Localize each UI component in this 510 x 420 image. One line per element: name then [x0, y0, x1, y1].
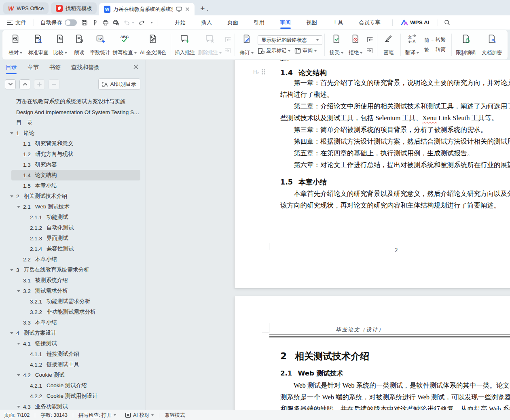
- collapse-arrow-icon[interactable]: [17, 406, 20, 408]
- toc-item-selected[interactable]: 1.4论文结构: [0, 170, 145, 180]
- expand-group-icon[interactable]: [460, 53, 464, 57]
- insert-comment-button[interactable]: 插入批注: [173, 32, 197, 57]
- track-changes-button[interactable]: 修订: [237, 32, 256, 57]
- undo-button[interactable]: [121, 18, 132, 28]
- toc-item[interactable]: 2.2本章小结: [0, 254, 145, 265]
- menu-home[interactable]: 开始: [167, 15, 193, 30]
- tab-list-chevron-icon[interactable]: [206, 10, 209, 11]
- restrict-editing-button[interactable]: 限制编辑: [454, 32, 479, 57]
- toc-item[interactable]: 2.1.2自动化测试: [0, 223, 145, 233]
- heading-level-marker[interactable]: H₂: [253, 69, 265, 75]
- toc-item[interactable]: 4.2.2Cookie 测试用例设计: [0, 391, 145, 401]
- redo-button[interactable]: [137, 18, 147, 28]
- collapse-arrow-icon[interactable]: [10, 332, 13, 334]
- expand-down-button[interactable]: [5, 79, 16, 89]
- toc-item[interactable]: 2.1.4兼容性测试: [0, 244, 145, 254]
- toc-item[interactable]: 4.3业务功能测试: [0, 401, 145, 410]
- toc-item[interactable]: 2相关测试技术介绍: [0, 191, 145, 202]
- toc-item[interactable]: 1.2研究方向与现状: [0, 149, 145, 159]
- document-canvas[interactable]: 述。 H₂ 1.4论文结构 第一章：首先介绍了论文的研究背景，说明论文主要的研究…: [146, 60, 510, 410]
- undo-chevron-icon[interactable]: [132, 22, 134, 23]
- window-mode-icon[interactable]: [176, 6, 182, 12]
- toc-item[interactable]: 3.2.1功能测试需求分析: [0, 296, 145, 307]
- sidebar-tab-chapters[interactable]: 章节: [28, 61, 39, 74]
- accept-change-button[interactable]: 接受: [327, 32, 346, 57]
- to-traditional-button[interactable]: 简→ 转繁: [424, 36, 446, 43]
- ai-proofread-status[interactable]: AI 校对: [125, 412, 154, 419]
- read-aloud-button[interactable]: 朗读: [70, 32, 88, 57]
- encrypt-document-button[interactable]: 文档加密: [478, 32, 505, 57]
- toc-item[interactable]: 4.1.2链接测试工具: [0, 359, 145, 370]
- export-pdf-button[interactable]: [90, 18, 100, 28]
- word-count-indicator[interactable]: 字数: 38143: [40, 412, 68, 419]
- toc-item[interactable]: 2.1Web 测试技术: [0, 202, 145, 212]
- sidebar-tab-contents[interactable]: 目录: [6, 61, 17, 74]
- toc-item[interactable]: 目 录: [0, 117, 145, 128]
- zoom-in-toc-button[interactable]: [34, 79, 45, 89]
- toc-item[interactable]: 4.2Cookie 测试: [0, 370, 145, 380]
- print-preview-button[interactable]: [111, 18, 121, 28]
- tab-docer-templates[interactable]: 找稻壳模板: [51, 2, 97, 14]
- menu-insert[interactable]: 插入: [193, 15, 220, 30]
- save-button[interactable]: [79, 18, 90, 28]
- close-tab-icon[interactable]: [185, 7, 190, 11]
- toc-item[interactable]: 4测试方案设计: [0, 328, 145, 338]
- document-page-2[interactable]: 毕业论文（设计） 2相关测试技术介绍 2.1Web 测试技术 Web 测试是针对…: [235, 296, 510, 410]
- proofread-button[interactable]: 校对: [5, 32, 26, 57]
- toc-item[interactable]: 1绪论: [0, 128, 145, 138]
- tab-wps-office[interactable]: W WPS Office: [3, 2, 49, 14]
- collapse-arrow-icon[interactable]: [10, 195, 13, 197]
- toc-item[interactable]: 万岳在线教育系统的系统测试方案设计与实施: [0, 96, 145, 107]
- translate-button[interactable]: 文A 翻译: [402, 32, 421, 57]
- print-button[interactable]: [100, 18, 111, 28]
- page-indicator[interactable]: 页面: 7/102: [4, 412, 30, 419]
- collapse-arrow-icon[interactable]: [17, 206, 20, 208]
- ink-pen-button[interactable]: 画笔: [379, 32, 398, 57]
- tab-document-active[interactable]: W 万岳在线教育系统的系统测试: [99, 3, 195, 15]
- menu-tools[interactable]: 工具: [325, 15, 351, 30]
- reviewing-pane-button[interactable]: 审阅: [294, 47, 317, 54]
- delete-comment-button[interactable]: 删除批注: [197, 32, 223, 57]
- collapse-arrow-icon[interactable]: [17, 374, 20, 376]
- close-sidebar-icon[interactable]: [133, 64, 139, 70]
- toc-item[interactable]: 3.3本章小结: [0, 317, 145, 328]
- toc-item[interactable]: 4.2.1Cookie 测试介绍: [0, 380, 145, 391]
- sidebar-tab-bookmarks[interactable]: 书签: [49, 61, 61, 74]
- toc-item[interactable]: 2.1.1功能测试: [0, 212, 145, 223]
- ai-polish-button[interactable]: AI 全文润色: [138, 32, 169, 57]
- file-menu-button[interactable]: 文件: [4, 19, 30, 26]
- previous-change-button[interactable]: [365, 35, 375, 43]
- reject-change-button[interactable]: 拒绝: [346, 32, 365, 57]
- collapse-arrow-icon[interactable]: [10, 132, 13, 134]
- spellcheck-status[interactable]: 拼写检查: 打开: [78, 412, 116, 419]
- toolbar-chevron-icon[interactable]: [150, 22, 153, 23]
- collapse-arrow-icon[interactable]: [17, 290, 20, 292]
- to-simplified-button[interactable]: 繁→ 转简: [424, 46, 446, 53]
- menu-member[interactable]: 会员专享: [351, 15, 388, 30]
- toc-item[interactable]: 3.2.2非功能测试需求分析: [0, 307, 145, 317]
- toc-item[interactable]: 3.2测试需求分析: [0, 286, 145, 296]
- standard-review-button[interactable]: 标准审查: [26, 32, 51, 57]
- toc-item[interactable]: 1.1研究背景和意义: [0, 138, 145, 149]
- sidebar-tab-find-replace[interactable]: 查找和替换: [71, 61, 99, 74]
- next-change-button[interactable]: [365, 46, 375, 54]
- document-page-1[interactable]: 述。 H₂ 1.4论文结构 第一章：首先介绍了论文的研究背景，说明论文主要的研究…: [235, 60, 510, 288]
- toc-item[interactable]: 4.1.1链接测试介绍: [0, 349, 145, 359]
- new-tab-button[interactable]: +: [200, 4, 205, 13]
- toc-item[interactable]: Design And Implementation Of System Test…: [0, 107, 145, 117]
- collapse-arrow-icon[interactable]: [17, 343, 20, 345]
- markup-state-dropdown[interactable]: 显示标记的最终状态: [258, 35, 322, 45]
- menu-view[interactable]: 视图: [298, 15, 325, 30]
- previous-comment-button[interactable]: [223, 35, 233, 43]
- next-comment-button[interactable]: [223, 46, 233, 54]
- collapse-up-button[interactable]: [19, 79, 30, 89]
- toc-item[interactable]: 3.1被测系统介绍: [0, 275, 145, 286]
- ai-recognize-toc-button[interactable]: AI识别目录: [98, 78, 140, 90]
- autosave-toggle[interactable]: [65, 19, 77, 26]
- collapse-arrow-icon[interactable]: [10, 269, 13, 271]
- toc-item[interactable]: 2.1.3界面测试: [0, 233, 145, 244]
- toc-item[interactable]: 1.5本章小结: [0, 180, 145, 191]
- menu-page[interactable]: 页面: [220, 15, 246, 30]
- toc-item[interactable]: 1.3研究内容: [0, 159, 145, 170]
- show-markup-button[interactable]: 显示标记: [258, 47, 290, 54]
